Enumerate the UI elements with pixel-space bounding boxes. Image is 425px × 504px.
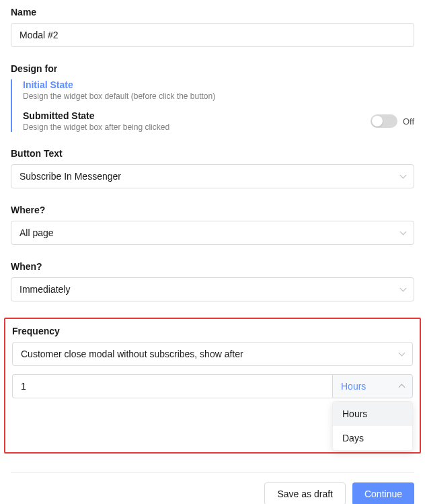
button-text-select[interactable]: Subscribe In Messenger — [11, 164, 414, 188]
toggle-knob — [372, 116, 383, 127]
design-for-label: Design for — [11, 63, 414, 74]
state-submitted-desc: Design the widget box after being clicke… — [23, 122, 169, 132]
dropdown-option-days[interactable]: Days — [333, 426, 412, 450]
chevron-down-icon — [399, 349, 404, 359]
frequency-unit-dropdown: Hours Days — [332, 401, 413, 451]
frequency-condition-value: Customer close modal without subscribes,… — [21, 349, 243, 359]
name-label: Name — [11, 7, 414, 17]
submitted-toggle[interactable] — [371, 114, 397, 128]
footer: Save as draft Continue — [11, 472, 414, 504]
button-text-section: Button Text Subscribe In Messenger — [11, 148, 414, 188]
when-section: When? Immediately — [11, 261, 414, 301]
submitted-toggle-label: Off — [403, 116, 414, 127]
continue-button[interactable]: Continue — [352, 482, 414, 504]
button-text-label: Button Text — [11, 148, 414, 159]
design-states-list: Initial State Design the widget box defa… — [11, 79, 414, 132]
when-label: When? — [11, 261, 414, 272]
where-section: Where? All page — [11, 205, 414, 245]
state-submitted[interactable]: Submitted State Design the widget box af… — [23, 110, 414, 132]
chevron-down-icon — [401, 171, 405, 182]
frequency-condition-select[interactable]: Customer close modal without subscribes,… — [12, 342, 413, 366]
frequency-unit-select[interactable]: Hours — [332, 374, 413, 398]
submitted-toggle-wrap: Off — [371, 114, 414, 128]
frequency-unit-value: Hours — [341, 381, 366, 392]
state-submitted-title: Submitted State — [23, 110, 169, 121]
button-text-value: Subscribe In Messenger — [20, 171, 121, 182]
chevron-down-icon — [401, 284, 405, 295]
chevron-up-icon — [399, 381, 404, 392]
where-value: All page — [20, 227, 54, 238]
where-select[interactable]: All page — [11, 221, 414, 245]
where-label: Where? — [11, 205, 414, 215]
when-value: Immediately — [20, 284, 70, 295]
when-select[interactable]: Immediately — [11, 277, 414, 301]
state-initial[interactable]: Initial State Design the widget box defa… — [23, 79, 414, 101]
state-initial-title: Initial State — [23, 79, 414, 90]
frequency-highlight: Frequency Customer close modal without s… — [4, 318, 421, 454]
chevron-down-icon — [401, 227, 405, 238]
state-initial-desc: Design the widget box default (before cl… — [23, 92, 414, 101]
frequency-label: Frequency — [12, 326, 413, 336]
name-section: Name — [11, 7, 414, 47]
save-draft-button[interactable]: Save as draft — [264, 482, 346, 504]
frequency-amount-input[interactable] — [12, 374, 332, 398]
design-for-section: Design for Initial State Design the widg… — [11, 63, 414, 132]
dropdown-option-hours[interactable]: Hours — [333, 402, 412, 426]
name-input[interactable] — [11, 23, 414, 47]
frequency-row: Hours Hours Days — [12, 374, 413, 398]
